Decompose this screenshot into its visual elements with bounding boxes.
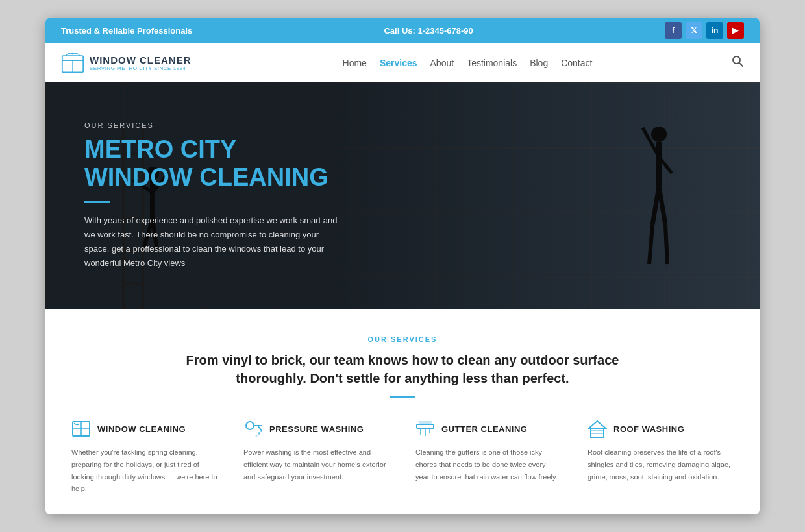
svg-rect-41 — [591, 428, 604, 437]
services-title: From vinyl to brick, our team knows how … — [175, 351, 630, 387]
svg-point-19 — [651, 127, 667, 142]
youtube-icon[interactable]: ▶ — [727, 22, 744, 39]
service-card-header-roof: ROOF WASHING — [588, 419, 734, 439]
service-card-roof: ROOF WASHING Roof cleaning preserves the… — [581, 419, 740, 495]
services-section: OUR SERVICES From vinyl to brick, our te… — [45, 309, 760, 514]
top-bar: Trusted & Reliable Professionals Call Us… — [45, 18, 760, 43]
nav-blog[interactable]: Blog — [530, 58, 548, 68]
logo-icon — [61, 51, 84, 75]
service-card-pressure: PRESSURE WASHING Power washing is the mo… — [237, 419, 396, 495]
service-title-window: WINDOW CLEANING — [97, 424, 186, 434]
linkedin-icon[interactable]: in — [706, 22, 723, 39]
service-title-roof: ROOF WASHING — [613, 424, 684, 434]
svg-point-3 — [71, 52, 74, 54]
trusted-text: Trusted & Reliable Professionals — [61, 26, 192, 36]
pressure-washing-icon — [243, 419, 263, 439]
nav-contact[interactable]: Contact — [561, 58, 592, 68]
service-card-window: WINDOW CLEANING Whether you're tackling … — [65, 419, 224, 495]
svg-marker-40 — [589, 421, 606, 428]
search-icon[interactable] — [731, 54, 744, 71]
logo-area: WINDOW CLEANER SERVING METRO CITY SINCE … — [61, 51, 204, 75]
svg-line-32 — [258, 426, 262, 431]
gutter-cleaning-icon — [415, 419, 435, 439]
svg-line-24 — [659, 186, 665, 225]
service-title-pressure: PRESSURE WASHING — [269, 424, 364, 434]
logo-tagline: SERVING METRO CITY SINCE 1994 — [90, 66, 192, 71]
nav-testimonials[interactable]: Testimonials — [467, 58, 517, 68]
twitter-icon[interactable]: 𝕏 — [686, 22, 702, 39]
hero-description: With years of experience and polished ex… — [84, 213, 344, 271]
service-desc-pressure: Power washing is the most effective and … — [243, 446, 390, 483]
nav-home[interactable]: Home — [343, 58, 367, 68]
svg-line-25 — [649, 225, 652, 264]
facebook-icon[interactable]: f — [665, 22, 682, 39]
hero-pretitle: OUR SERVICES — [84, 121, 344, 129]
service-card-header-window: WINDOW CLEANING — [71, 419, 217, 439]
nav-services[interactable]: Services — [380, 58, 417, 68]
svg-line-5 — [739, 63, 743, 66]
browser-window: Trusted & Reliable Professionals Call Us… — [45, 18, 760, 514]
svg-line-26 — [665, 225, 667, 264]
svg-rect-36 — [417, 424, 434, 428]
service-card-header-gutter: GUTTER CLEANING — [415, 419, 562, 439]
hero-title: METRO CITY WINDOW CLEANING — [84, 136, 344, 192]
roof-washing-icon — [588, 419, 607, 439]
service-desc-window: Whether you're tackling spring cleaning,… — [71, 446, 217, 495]
nav-links: Home Services About Testimonials Blog Co… — [204, 58, 731, 68]
services-grid: WINDOW CLEANING Whether you're tackling … — [65, 419, 740, 495]
social-icons: f 𝕏 in ▶ — [665, 22, 744, 39]
hero-content: OUR SERVICES METRO CITY WINDOW CLEANING … — [45, 121, 383, 271]
services-pretitle: OUR SERVICES — [65, 335, 740, 343]
nav-bar: WINDOW CLEANER SERVING METRO CITY SINCE … — [45, 43, 760, 82]
svg-point-34 — [258, 432, 260, 435]
worker-silhouette-right — [636, 95, 682, 309]
window-cleaning-icon — [71, 419, 91, 439]
logo-name: WINDOW CLEANER — [90, 54, 192, 66]
call-text: Call Us: 1-2345-678-90 — [384, 26, 473, 36]
svg-point-30 — [246, 422, 254, 429]
service-title-gutter: GUTTER CLEANING — [441, 424, 527, 434]
hero-divider — [84, 201, 110, 203]
svg-point-35 — [256, 435, 258, 437]
hero-section: OUR SERVICES METRO CITY WINDOW CLEANING … — [45, 82, 760, 309]
services-divider — [390, 396, 415, 398]
service-card-header-pressure: PRESSURE WASHING — [243, 419, 390, 439]
logo-text-area: WINDOW CLEANER SERVING METRO CITY SINCE … — [90, 54, 192, 71]
nav-about[interactable]: About — [430, 58, 454, 68]
service-desc-gutter: Cleaning the gutters is one of those ick… — [415, 446, 562, 483]
service-card-gutter: GUTTER CLEANING Cleaning the gutters is … — [409, 419, 568, 495]
service-desc-roof: Roof cleaning preserves the life of a ro… — [588, 446, 734, 483]
